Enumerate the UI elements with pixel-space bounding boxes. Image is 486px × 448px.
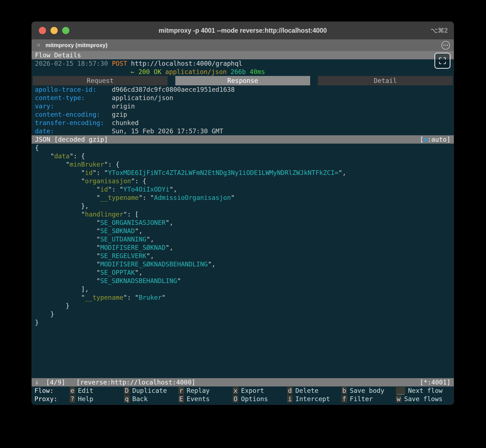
json-line: "SE_ORGANISASJONER", [35, 218, 450, 227]
key-action-label: Back [132, 395, 148, 403]
tab-request[interactable]: Request [33, 76, 168, 85]
fullscreen-icon[interactable] [434, 53, 450, 69]
response-content-type: application/json [165, 68, 227, 75]
key-action-label: Events [187, 395, 210, 403]
key-action-label: Export [241, 387, 264, 394]
json-line: } [35, 302, 450, 310]
close-window-button[interactable] [39, 27, 46, 34]
keybinding-save-body: bSave body [341, 386, 396, 395]
headers-list: apollo-trace-id:d966cd387dc9fc0800aece19… [32, 85, 454, 135]
tab-detail[interactable]: Detail [318, 76, 453, 85]
key-chip: O [233, 395, 238, 403]
terminal-tab-bar: × mitmproxy (mitmproxy) [32, 39, 454, 51]
keybinding-replay: rReplay [178, 386, 233, 395]
key-chip: D [124, 387, 130, 394]
response-status: 200 OK [138, 68, 161, 75]
keybinding-save-flows: wSave flows [396, 395, 450, 403]
header-row: content-encoding:gzip [35, 110, 450, 119]
key-action-label: Replay [187, 387, 210, 394]
keybinding-row: Flow:eEditDDuplicaterReplayxExportdDelet… [32, 386, 454, 395]
terminal-tab-title[interactable]: mitmproxy (mitmproxy) [45, 42, 107, 49]
json-line: }, [35, 202, 450, 210]
minimize-window-button[interactable] [50, 27, 58, 34]
window-shortcut-hint: ⌥⌘2 [431, 27, 448, 34]
flow-position: [4/9] [46, 379, 65, 386]
key-action-label: Help [78, 395, 93, 403]
json-line: "SE_SØKNADSBEHANDLING" [35, 277, 450, 285]
tab-response[interactable]: Response [175, 76, 310, 85]
body-view-mode[interactable]: [m:auto] [420, 135, 450, 144]
json-line: "MODIFISERE_SØKNADSBEHANDLING", [35, 260, 450, 268]
listen-address: [*:4001] [420, 378, 450, 386]
header-row: content-type:application/json [35, 94, 450, 102]
json-line: "id": "YTo4OiIxODYi", [35, 185, 450, 194]
status-left: ⇩[4/9][reverse:http://localhost:4000] [35, 378, 195, 386]
key-action-label: Save flows [404, 395, 442, 403]
header-value: Sun, 15 Feb 2026 17:57:30 GMT [112, 128, 223, 135]
json-line: "organisasjon": { [35, 177, 450, 185]
json-line: "SE_OPPTAK", [35, 268, 450, 277]
keybinding-row: Proxy:?HelpqBackEEventsOOptionsiIntercep… [32, 395, 454, 403]
key-action-label: Filter [350, 395, 373, 403]
key-action-label: Save body [350, 387, 384, 394]
flow-details-header: Flow Details [32, 51, 454, 59]
status-bar: ⇩[4/9][reverse:http://localhost:4000] [*… [32, 378, 454, 386]
json-line: "__typename": "Bruker" [35, 293, 450, 302]
header-value: d966cd387dc9fc0800aece1951ed1638 [112, 86, 235, 93]
key-chip: f [341, 395, 347, 403]
header-value: chunked [112, 119, 139, 126]
zoom-window-button[interactable] [62, 27, 69, 34]
header-value: application/json [112, 94, 173, 101]
header-name: content-type: [35, 94, 112, 102]
key-action-label: Delete [295, 387, 318, 394]
scroll-indicator-icon: ⇩ [35, 379, 39, 386]
key-action-label: Intercept [295, 395, 330, 403]
keybinding-intercept: iIntercept [287, 395, 341, 403]
request-summary-line: 2026-02-15 18:57:30POSThttp://localhost:… [32, 59, 454, 68]
flow-tabs: RequestResponseDetail [32, 76, 454, 85]
desktop: mitmproxy -p 4001 --mode reverse:http://… [0, 0, 486, 448]
header-name: date: [35, 127, 112, 135]
keybinding-duplicate: DDuplicate [124, 386, 178, 395]
empty-area [32, 327, 454, 378]
header-name: vary: [35, 102, 112, 110]
body-view-bar: JSON [decoded gzip] [m:auto] [32, 135, 454, 144]
key-chip: ? [70, 395, 75, 403]
tab-close-icon[interactable]: × [37, 39, 40, 51]
flow-timestamp: 2026-02-15 18:57:30 [35, 60, 108, 67]
key-chip: d [287, 387, 293, 394]
request-url: http://localhost:4000/graphql [131, 60, 242, 67]
header-name: transfer-encoding: [35, 119, 112, 127]
keybinding-filter: fFilter [341, 395, 396, 403]
key-action-label: Options [241, 395, 268, 403]
json-line: "id": "YToxMDE6IjFiNTc4ZTA2LWFmN2EtNDg3N… [35, 169, 450, 177]
keybinding-help: Flow:eEditDDuplicaterReplayxExportdDelet… [32, 386, 454, 405]
json-line: "SE_SØKNAD", [35, 227, 450, 235]
key-chip: r [178, 387, 184, 394]
json-line: "SE_UTDANNING", [35, 235, 450, 243]
key-chip: e [70, 387, 75, 394]
header-value: origin [112, 103, 135, 110]
key-chip: E [178, 395, 184, 403]
header-name: content-encoding: [35, 110, 112, 119]
keybinding-edit: eEdit [70, 386, 124, 395]
keybinding-group-label: Flow: [32, 386, 70, 395]
window-title: mitmproxy -p 4001 --mode reverse:http://… [32, 27, 454, 34]
tab-options-icon[interactable] [441, 41, 450, 50]
json-line: ], [35, 285, 450, 293]
header-row: vary:origin [35, 102, 450, 110]
keybinding-next-flow: __Next flow [396, 386, 450, 395]
mitmproxy-screen: Flow Details 2026-02-15 18:57:30POSThttp… [32, 51, 454, 405]
header-row: apollo-trace-id:d966cd387dc9fc0800aece19… [35, 85, 450, 94]
json-line: "__typename": "AdmissioOrganisasjon" [35, 194, 450, 202]
header-name: apollo-trace-id: [35, 85, 112, 94]
response-size: 266b [231, 68, 246, 75]
json-line: "data": { [35, 152, 450, 160]
response-arrow-icon: ← [131, 68, 135, 75]
response-summary-line: ←200 OKapplication/json266b40ms [32, 68, 454, 76]
response-duration: 40ms [250, 68, 265, 75]
key-chip: b [341, 387, 347, 394]
key-chip: i [287, 395, 293, 403]
titlebar[interactable]: mitmproxy -p 4001 --mode reverse:http://… [32, 22, 454, 39]
terminal-window: mitmproxy -p 4001 --mode reverse:http://… [32, 22, 454, 405]
